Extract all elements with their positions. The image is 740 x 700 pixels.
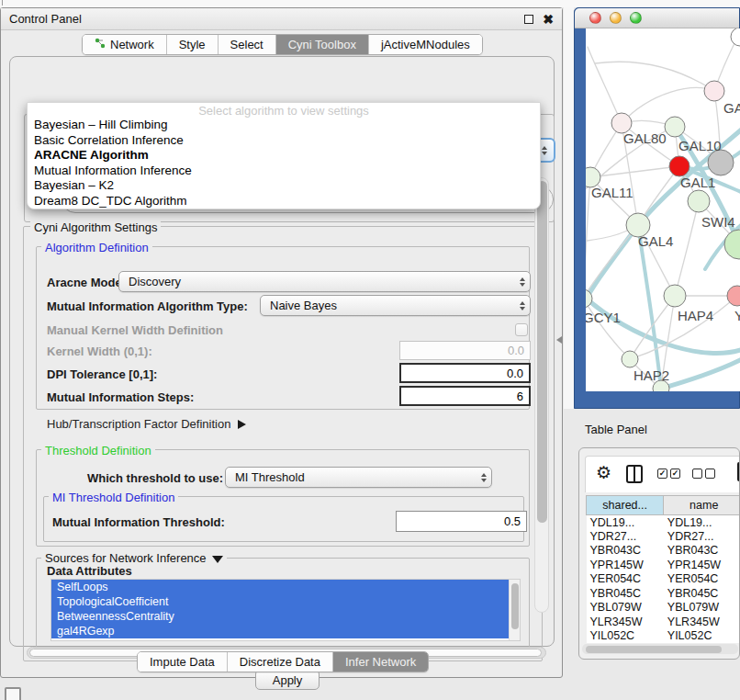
which-threshold-combo[interactable]: MI Threshold [225, 467, 492, 488]
float-window-icon[interactable] [524, 15, 533, 24]
node-label-hap2: HAP2 [633, 367, 669, 383]
node-gal10[interactable] [665, 117, 685, 137]
node-label-hap4: HAP4 [678, 308, 713, 323]
bottom-tab-infer-network[interactable]: Infer Network [333, 652, 428, 672]
panel-gap [564, 7, 574, 409]
attribute-item-gal4rgexp[interactable]: gal4RGexp [51, 624, 509, 638]
network-canvas-svg: GALGAL80GAL10GAL1GAL11SWI4GAL4GCY1HAP4YH… [586, 28, 740, 391]
data-attributes-list[interactable]: SelfLoopsTopologicalCoefficientBetweenne… [50, 579, 521, 641]
network-canvas[interactable]: GALGAL80GAL10GAL1GAL11SWI4GAL4GCY1HAP4YH… [586, 28, 740, 391]
algorithm-dropdown-popup: Select algorithm to view settings Bayesi… [27, 102, 541, 209]
dropdown-item-basic-correlation-inference[interactable]: Basic Correlation Inference [28, 133, 540, 149]
table-cell: YIL052C [587, 629, 664, 644]
split-columns-icon[interactable] [626, 465, 643, 483]
table-row[interactable]: YBL079WYBL079W [587, 601, 740, 615]
settings-vertical-scrollbar-thumb[interactable] [537, 181, 547, 523]
dpi-tolerance-input[interactable] [399, 363, 531, 383]
corner-widget-icon[interactable] [5, 687, 21, 700]
close-icon[interactable]: ✖ [543, 15, 554, 24]
hub-definition-expander[interactable]: Hub/Transcription Factor Definition [47, 417, 246, 431]
apply-button[interactable]: Apply [255, 670, 320, 690]
table-row[interactable]: YPR145WYPR145W9. [587, 558, 740, 572]
bottom-tab-label: Impute Data [150, 655, 215, 669]
gear-icon[interactable]: ⚙ [596, 463, 611, 483]
select-all-columns-icon[interactable]: ✓✓ [657, 469, 680, 479]
mi-type-stepper-icon [520, 301, 525, 310]
dropdown-item-bayesian-hill-climbing[interactable]: Bayesian – Hill Climbing [28, 118, 540, 133]
table-cell: YDL19... [587, 515, 664, 530]
table-row[interactable]: YBR045CYBR045C9. [587, 586, 740, 601]
node-red-node[interactable] [669, 156, 690, 176]
network-edge [586, 299, 630, 359]
mi-steps-input[interactable] [399, 386, 531, 406]
which-threshold-label: Which threshold to use: [87, 471, 223, 485]
attribute-item-topologicalcoefficient[interactable]: TopologicalCoefficient [51, 594, 509, 609]
data-attributes-label: Data Attributes [47, 564, 132, 578]
tab-label: Style [179, 38, 206, 51]
hub-definition-label: Hub/Transcription Factor Definition [47, 417, 230, 431]
node-gray-node[interactable] [708, 150, 734, 175]
tab-select[interactable]: Select [219, 35, 276, 54]
bottom-tab-label: Discretize Data [240, 655, 320, 669]
network-edge [638, 225, 661, 389]
attribute-item-betweennesscentrality[interactable]: BetweennessCentrality [51, 609, 509, 624]
table-horizontal-scrollbar-thumb[interactable] [586, 646, 722, 653]
kernel-width-input[interactable] [399, 341, 531, 360]
mac-minimize-icon[interactable] [610, 12, 622, 24]
dropdown-item-dream8-dc-tdc-algorithm[interactable]: Dream8 DC_TDC Algorithm [28, 194, 540, 209]
tab-cyni-toolbox[interactable]: Cyni Toolbox [276, 35, 369, 54]
node-gal1-green[interactable] [688, 190, 710, 212]
manual-kernel-checkbox[interactable] [515, 323, 528, 336]
mi-type-label: Mutual Information Algorithm Type: [47, 299, 248, 313]
aracne-mode-stepper-icon [520, 277, 525, 287]
table-row[interactable]: YIL052CYIL052C9 [587, 629, 740, 644]
bottom-tab-strip: Impute DataDiscretize DataInfer Network [137, 651, 429, 672]
dropdown-item-aracne-algorithm[interactable]: ARACNE Algorithm [28, 148, 540, 164]
column-header-name[interactable]: name [664, 496, 740, 515]
network-titlebar[interactable] [575, 8, 739, 28]
node-label-gal: GAL [723, 100, 740, 116]
mi-type-combo[interactable]: Naive Bayes [260, 295, 531, 316]
mac-zoom-icon[interactable] [630, 12, 642, 24]
mi-threshold-input[interactable] [396, 511, 527, 532]
algorithm-definition-legend: Algorithm Definition [41, 241, 152, 254]
node-label-gal4: GAL4 [638, 233, 673, 249]
column-header-shared[interactable]: shared... [587, 496, 664, 515]
node-hap2[interactable] [622, 351, 638, 367]
bottom-tab-impute-data[interactable]: Impute Data [138, 652, 228, 672]
collapse-down-icon [212, 556, 223, 563]
tab-style[interactable]: Style [167, 35, 219, 54]
node-top-partial[interactable] [731, 28, 740, 46]
node-swi4-green[interactable] [724, 230, 740, 259]
attribute-item-selfloops[interactable]: SelfLoops [51, 580, 509, 594]
split-pane-handle[interactable] [556, 336, 562, 344]
table-row[interactable]: YDL19...YDL19...13 [587, 515, 740, 530]
tab-network[interactable]: Network [83, 35, 167, 54]
table-cell: YPR145W [664, 558, 740, 572]
top-tab-strip: NetworkStyleSelectCyni ToolboxjActiveMNo… [82, 34, 483, 55]
table-row[interactable]: YER054CYER054C8. [587, 572, 740, 587]
table-cell: YBL079W [664, 601, 740, 615]
table-row[interactable]: YLR345WYLR345W9. [587, 615, 740, 629]
node-hap4[interactable] [664, 285, 686, 307]
attributes-list-scrollbar[interactable] [509, 580, 520, 640]
sources-legend[interactable]: Sources for Network Inference [41, 551, 227, 565]
aracne-mode-combo[interactable]: Discovery [118, 271, 531, 292]
control-panel-titlebar: Control Panel ✖ [1, 8, 562, 30]
table-row[interactable]: YBR043CYBR043C [587, 544, 740, 559]
tab-jactivemnodules[interactable]: jActiveMNodules [369, 35, 482, 54]
network-edge [595, 62, 714, 91]
aracne-mode-value: Discovery [129, 275, 181, 288]
table-panel-window: ⚙ ✓✓ shared...nameA YDL19...YDL19...13YD… [578, 447, 740, 660]
bottom-tab-discretize-data[interactable]: Discretize Data [228, 652, 333, 672]
mac-close-icon[interactable] [589, 12, 601, 24]
mi-steps-label: Mutual Information Steps: [47, 390, 194, 404]
node-label-gal1: GAL1 [680, 175, 715, 190]
table-row[interactable]: YDR27...YDR27...12 [587, 529, 740, 544]
deselect-all-columns-icon[interactable] [692, 469, 715, 479]
dropdown-item-bayesian-k2[interactable]: Bayesian – K2 [28, 178, 540, 194]
dropdown-item-mutual-information-inference[interactable]: Mutual Information Inference [28, 164, 540, 179]
table-cell: YBR045C [587, 586, 664, 601]
tab-label: Cyni Toolbox [288, 38, 356, 51]
node-gal-pink[interactable] [704, 81, 724, 101]
